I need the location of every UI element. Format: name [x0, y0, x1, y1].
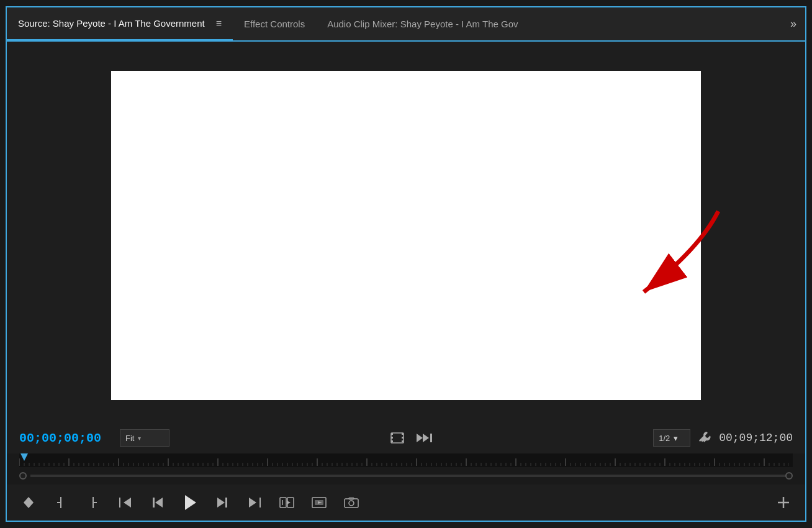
out-point-marker	[785, 472, 793, 480]
svg-marker-180	[249, 498, 256, 508]
source-tab-menu-icon[interactable]: ≡	[216, 18, 222, 29]
svg-rect-181	[280, 498, 286, 508]
scrubber-track[interactable]	[19, 453, 793, 467]
out-point-button[interactable]	[84, 493, 102, 512]
video-preview-area	[7, 42, 805, 422]
svg-marker-173	[124, 498, 131, 508]
fit-dropdown[interactable]: Fit ▾	[120, 429, 169, 447]
in-point-marker	[19, 472, 27, 480]
screenshot-button[interactable]	[342, 493, 361, 512]
tab-overflow-button[interactable]: »	[782, 7, 805, 40]
svg-marker-176	[185, 495, 196, 510]
tab-bar: Source: Shay Peyote - I Am The Governmen…	[7, 7, 805, 42]
in-out-bar	[19, 467, 793, 485]
play-button[interactable]	[181, 493, 199, 512]
fit-dropdown-arrow: ▾	[138, 435, 141, 442]
svg-rect-6	[402, 437, 404, 439]
go-to-out-button[interactable]	[245, 493, 264, 512]
tab-source-label: Source: Shay Peyote - I Am The Governmen…	[18, 18, 205, 29]
svg-marker-177	[217, 498, 225, 508]
svg-rect-10	[430, 434, 432, 442]
step-forward-button[interactable]	[213, 493, 232, 512]
overflow-icon: »	[790, 17, 796, 30]
svg-rect-2	[391, 433, 393, 435]
svg-marker-174	[155, 498, 163, 508]
overlay-button[interactable]	[310, 493, 328, 512]
tab-effect-controls-label: Effect Controls	[244, 19, 305, 29]
svg-rect-175	[153, 498, 155, 508]
svg-rect-5	[402, 433, 404, 435]
svg-point-189	[349, 501, 354, 506]
timeline-range-bar[interactable]	[30, 475, 789, 477]
timecode-current[interactable]: 00;00;00;00	[19, 431, 112, 445]
svg-rect-3	[391, 437, 393, 439]
go-to-in-button[interactable]	[116, 493, 135, 512]
svg-rect-7	[402, 440, 404, 442]
step-back-button[interactable]	[148, 493, 167, 512]
resolution-dropdown-arrow: ▾	[674, 434, 678, 443]
resolution-dropdown[interactable]: 1/2 ▾	[653, 429, 690, 447]
svg-rect-188	[345, 499, 358, 508]
svg-marker-183	[287, 501, 291, 504]
mark-in-button[interactable]	[19, 493, 38, 512]
in-point-button[interactable]	[52, 493, 70, 512]
tab-source[interactable]: Source: Shay Peyote - I Am The Governmen…	[7, 7, 233, 40]
controls-bar: 00;00;00;00 Fit ▾	[7, 422, 805, 453]
timecode-end: 00;09;12;00	[719, 432, 793, 444]
svg-rect-4	[391, 440, 393, 442]
tab-effect-controls[interactable]: Effect Controls	[233, 7, 316, 40]
ruler-ticks-svg	[19, 453, 789, 466]
svg-marker-167	[24, 497, 34, 508]
timeline-area	[7, 453, 805, 485]
svg-marker-8	[417, 434, 423, 442]
tab-audio-mixer[interactable]: Audio Clip Mixer: Shay Peyote - I Am The…	[316, 7, 529, 40]
resolution-label: 1/2	[659, 434, 670, 443]
film-strip-icon[interactable]	[388, 430, 407, 446]
insert-button[interactable]	[277, 493, 296, 512]
video-frame	[111, 71, 701, 400]
fast-forward-trim-icon[interactable]	[414, 431, 435, 445]
add-button[interactable]	[774, 493, 793, 512]
source-monitor-panel: Source: Shay Peyote - I Am The Governmen…	[6, 6, 806, 522]
wrench-icon[interactable]	[698, 430, 711, 447]
transport-bar	[7, 485, 805, 521]
svg-marker-9	[423, 434, 429, 442]
svg-rect-178	[225, 498, 227, 508]
tab-audio-mixer-label: Audio Clip Mixer: Shay Peyote - I Am The…	[327, 19, 518, 29]
fit-label: Fit	[125, 434, 134, 443]
